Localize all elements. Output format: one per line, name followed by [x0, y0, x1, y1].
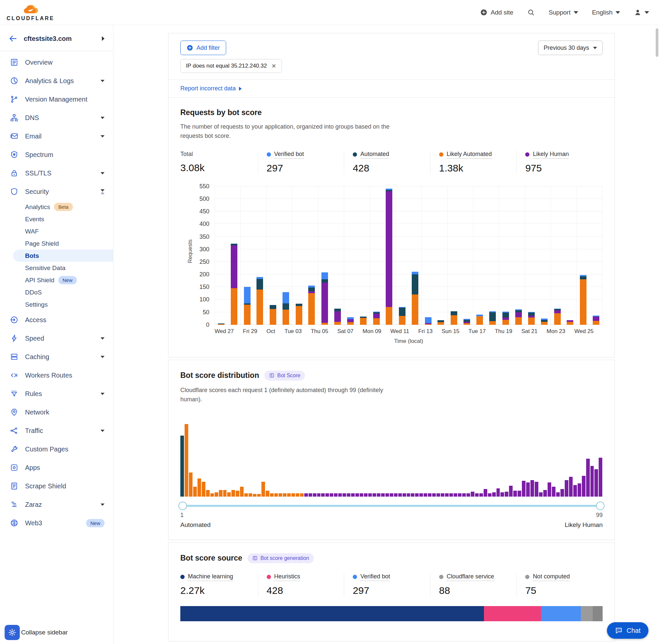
sidebar-item-traffic[interactable]: Traffic	[0, 421, 113, 440]
sidebar-item-network[interactable]: Network	[0, 403, 113, 421]
add-site-button[interactable]: Add site	[480, 8, 513, 16]
distribution-bar-score-47	[377, 493, 380, 497]
sidebar-item-spectrum[interactable]: Spectrum	[0, 145, 113, 164]
sidebar-item-version-management[interactable]: Version Management	[0, 90, 113, 109]
sidebar-item-api-shield[interactable]: API ShieldNew	[0, 274, 113, 286]
distribution-bar-score-32	[313, 493, 316, 497]
bot-score-generation-badge[interactable]: Bot score generation	[248, 553, 314, 563]
stat-label[interactable]: Automated	[360, 151, 389, 159]
sidebar-item-settings[interactable]: Settings	[0, 298, 113, 310]
close-icon[interactable]: ✕	[271, 63, 276, 70]
stat-label[interactable]: Likely Human	[533, 151, 569, 159]
stat-label[interactable]: Verified bot	[274, 151, 304, 159]
scrollbar-thumb[interactable]	[656, 28, 658, 57]
sidebar-item-custom-pages[interactable]: Custom Pages	[0, 440, 113, 458]
sidebar-item-web3[interactable]: Web3New	[0, 514, 113, 532]
sidebar-item-caching[interactable]: Caching	[0, 348, 113, 366]
sidebar-item-scrape-shield[interactable]: Scrape Shield	[0, 477, 113, 495]
sidebar-item-ssl-tls[interactable]: SSL/TLS	[0, 164, 113, 182]
sidebar-item-access[interactable]: Access	[0, 310, 113, 329]
sidebar-item-overview[interactable]: Overview	[0, 53, 113, 72]
sidebar-item-zaraz[interactable]: Zaraz	[0, 495, 113, 514]
sidebar-item-waf[interactable]: WAF	[0, 225, 113, 237]
support-menu[interactable]: Support	[548, 9, 578, 16]
stacked-bar-day-20	[464, 319, 470, 325]
distribution-bar-score-7	[206, 490, 210, 497]
report-incorrect-data-link[interactable]: Report incorrect data	[180, 85, 242, 92]
sidebar-item-security[interactable]: Security	[0, 182, 113, 201]
sidebar-item-workers-routes[interactable]: Workers Routes	[0, 366, 113, 385]
plus-circle-icon	[187, 45, 193, 51]
stacked-bar-day-10	[334, 309, 341, 325]
sidebar-item-page-shield[interactable]: Page Shield	[0, 237, 113, 250]
distribution-bar-score-48	[381, 493, 385, 497]
add-filter-button[interactable]: Add filter	[180, 41, 226, 55]
distribution-histogram	[180, 414, 603, 497]
stat-label[interactable]: Cloudflare service	[447, 573, 494, 581]
source-stacked-bar	[180, 606, 603, 621]
distribution-bar-score-4	[193, 487, 197, 497]
distribution-bar-score-83	[531, 480, 534, 497]
sidebar-item-email[interactable]: Email	[0, 127, 113, 145]
sidebar-item-rules[interactable]: Rules	[0, 385, 113, 403]
access-icon	[10, 316, 19, 324]
overview-icon	[10, 58, 19, 67]
distribution-bar-score-90	[560, 489, 564, 497]
sidebar-item-sensitive-data[interactable]: Sensitive Data	[0, 262, 113, 274]
distribution-bar-score-96	[586, 459, 590, 497]
search-button[interactable]	[527, 8, 535, 16]
language-menu[interactable]: English	[592, 9, 620, 16]
stat-total: Total 3.08k	[180, 151, 258, 174]
slider-handle-max[interactable]	[596, 502, 605, 510]
stat-label[interactable]: Not computed	[533, 573, 570, 581]
stat-label[interactable]: Verified bot	[360, 573, 390, 581]
distribution-bar-score-14	[236, 491, 239, 497]
site-header: cftestsite3.com	[0, 25, 113, 51]
sidebar-item-apps[interactable]: Apps	[0, 458, 113, 477]
distribution-bar-score-21	[266, 491, 269, 497]
sidebar-item-bots[interactable]: Bots	[13, 250, 113, 262]
sidebar-item-ddos[interactable]: DDoS	[0, 286, 113, 298]
collapse-sidebar-button[interactable]: Collapse sidebar	[5, 625, 68, 640]
scrape-icon	[10, 482, 19, 490]
stat-label[interactable]: Heuristics	[274, 573, 300, 581]
chevron-down-icon	[573, 11, 578, 14]
distribution-bar-score-75	[496, 488, 500, 497]
distribution-bar-score-97	[590, 466, 594, 497]
distribution-bar-score-82	[526, 482, 530, 497]
slider-track[interactable]	[181, 505, 602, 507]
distribution-bar-score-57	[419, 493, 423, 497]
speed-icon	[10, 334, 19, 343]
distribution-bar-score-98	[594, 469, 598, 497]
beta-badge: Beta	[54, 203, 73, 211]
distribution-bar-score-76	[500, 492, 504, 497]
sidebar-nav: OverviewAnalytics & LogsVersion Manageme…	[0, 51, 113, 532]
distribution-bar-score-88	[552, 487, 556, 497]
time-range-dropdown[interactable]: Previous 30 days	[538, 41, 603, 55]
filter-chip[interactable]: IP does not equal 35.212.240.32 ✕	[180, 59, 282, 73]
stat-value: 1.38k	[439, 163, 517, 174]
sidebar-item-events[interactable]: Events	[0, 213, 113, 225]
distribution-bar-score-12	[227, 492, 231, 497]
stat-verified-bot: Verified bot 297	[258, 151, 344, 174]
apps-icon	[10, 463, 19, 472]
distribution-bar-score-74	[492, 492, 496, 497]
sidebar-item-security-analytics[interactable]: AnalyticsBeta	[0, 201, 113, 213]
sidebar-item-speed[interactable]: Speed	[0, 329, 113, 348]
account-menu[interactable]	[634, 8, 649, 16]
chat-button[interactable]: Chat	[607, 622, 649, 639]
search-icon	[527, 8, 535, 16]
stat-value: 88	[439, 585, 517, 596]
rules-icon	[10, 389, 19, 398]
site-expand-icon[interactable]	[102, 36, 104, 41]
sidebar-item-dns[interactable]: DNS	[0, 109, 113, 127]
stat-label[interactable]: Likely Automated	[447, 151, 492, 159]
source-stats: Machine learning 2.27kHeuristics 428Veri…	[180, 573, 603, 596]
sidebar-item-analytics-logs[interactable]: Analytics & Logs	[0, 72, 113, 90]
stat-label[interactable]: Machine learning	[188, 573, 233, 581]
distribution-bar-score-35	[325, 493, 329, 497]
slider-handle-min[interactable]	[178, 502, 187, 510]
back-arrow-icon[interactable]	[8, 34, 17, 43]
legend-dot	[353, 575, 357, 579]
bot-score-badge[interactable]: Bot Score	[264, 371, 305, 381]
